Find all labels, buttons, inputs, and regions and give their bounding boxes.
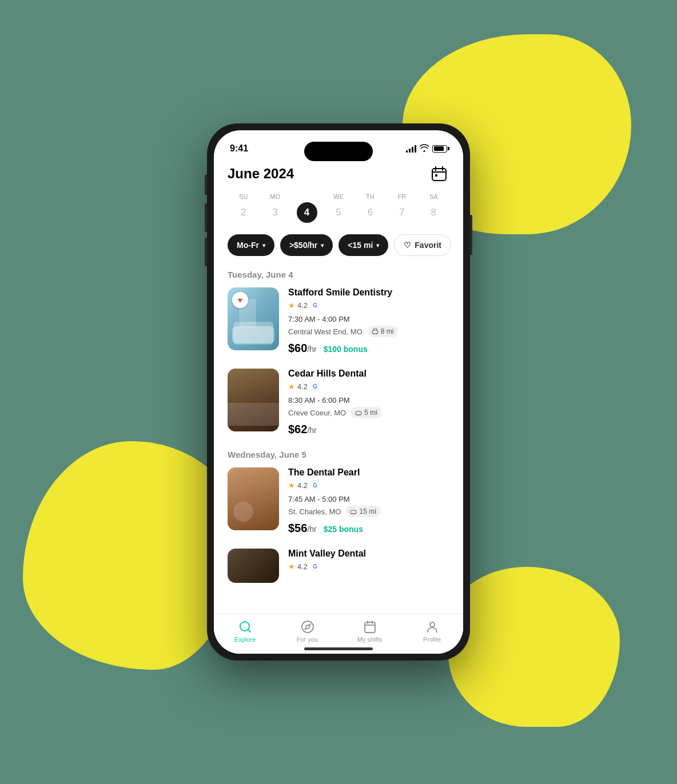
listing-card-4[interactable]: Mint Valley Dental ★ 4.2 G	[228, 549, 449, 583]
profile-icon	[425, 620, 439, 634]
day-sa[interactable]: SA 8	[423, 193, 444, 223]
day-mo[interactable]: MO 3	[265, 193, 285, 223]
nav-for-you-label: For you	[297, 636, 318, 643]
listing-time-2: 8:30 AM - 6:00 PM	[288, 396, 449, 405]
explore-icon	[238, 620, 252, 634]
listing-price-2: $62/hr	[288, 423, 317, 436]
svg-point-12	[302, 621, 313, 633]
google-badge-icon: G	[310, 381, 320, 391]
listing-image-1: ♥	[228, 287, 279, 350]
svg-point-7	[360, 414, 361, 415]
chevron-down-icon: ▾	[262, 242, 265, 249]
price-row-3: $56/hr $25 bonus	[288, 522, 449, 535]
favorite-heart-icon[interactable]: ♥	[232, 292, 248, 308]
phone-frame: 9:41	[207, 123, 470, 661]
chevron-down-icon: ▾	[376, 242, 379, 249]
status-time: 9:41	[230, 143, 248, 154]
listing-card-2[interactable]: Cedar Hills Dental ★ 4.2 G 8:30 AM - 6:0…	[228, 369, 449, 436]
blob-3	[448, 567, 620, 727]
day-su[interactable]: SU 2	[233, 193, 254, 223]
chevron-down-icon: ▾	[321, 242, 324, 249]
svg-point-4	[376, 333, 377, 334]
listing-image-3	[228, 467, 279, 530]
svg-rect-2	[372, 330, 378, 334]
svg-point-9	[352, 513, 353, 514]
google-badge-icon: G	[310, 480, 320, 490]
location-row-2: Creve Coeur, MO 5 mi	[288, 407, 449, 418]
listing-price-3: $56/hr	[288, 522, 317, 535]
day-th[interactable]: TH 6	[360, 193, 380, 223]
svg-point-14	[430, 622, 435, 627]
listing-location-2: Creve Coeur, MO	[288, 409, 346, 417]
wifi-icon	[420, 144, 429, 154]
location-row-1: Central West End, MO 8 mi	[288, 326, 449, 337]
nav-for-you[interactable]: For you	[276, 620, 338, 643]
compass-icon	[301, 620, 314, 634]
header: June 2024	[228, 163, 449, 184]
calendar-header-icon[interactable]	[429, 163, 449, 184]
rating-row-2: ★ 4.2 G	[288, 381, 449, 391]
listing-name-3: The Dental Pearl	[288, 467, 449, 478]
listing-name-2: Cedar Hills Dental	[288, 369, 449, 379]
listing-bonus-3: $25 bonus	[324, 525, 363, 534]
signal-bars-icon	[406, 145, 416, 153]
nav-profile-label: Profile	[423, 636, 441, 643]
car-icon	[355, 409, 362, 416]
google-badge-icon: G	[310, 561, 320, 571]
star-icon: ★	[288, 301, 295, 310]
filter-mofr[interactable]: Mo-Fr ▾	[228, 234, 274, 256]
listing-card-3[interactable]: The Dental Pearl ★ 4.2 G 7:45 AM - 5:00 …	[228, 467, 449, 535]
nav-profile[interactable]: Profile	[401, 620, 463, 643]
filter-distance[interactable]: <15 mi ▾	[338, 234, 388, 256]
listing-location-1: Central West End, MO	[288, 327, 363, 336]
page-wrapper: 9:41	[0, 0, 677, 784]
silent-button	[205, 175, 207, 195]
section-date-1: Tuesday, June 4	[228, 270, 449, 279]
heart-outline-icon: ♡	[404, 241, 411, 250]
rating-row-4: ★ 4.2 G	[288, 561, 449, 571]
listing-image-2	[228, 369, 279, 431]
listing-time-1: 7:30 AM - 4:00 PM	[288, 315, 449, 323]
svg-point-10	[355, 513, 356, 514]
nav-my-shifts-label: My shifts	[357, 636, 382, 643]
price-row-1: $60/hr $100 bonus	[288, 342, 449, 355]
listing-card[interactable]: ♥ Stafford Smile Dentistry ★ 4.2 G	[228, 287, 449, 355]
power-button	[470, 215, 472, 255]
listing-info-1: Stafford Smile Dentistry ★ 4.2 G 7:30 AM…	[288, 287, 449, 355]
listing-info-2: Cedar Hills Dental ★ 4.2 G 8:30 AM - 6:0…	[288, 369, 449, 436]
listing-time-3: 7:45 AM - 5:00 PM	[288, 495, 449, 503]
nav-explore[interactable]: Explore	[214, 620, 276, 643]
svg-point-6	[357, 414, 358, 415]
day-tu[interactable]: Tu 4	[297, 193, 317, 223]
nav-my-shifts[interactable]: My shifts	[338, 620, 401, 643]
battery-icon	[432, 145, 447, 153]
rating-value-2: 4.2	[297, 382, 308, 391]
listing-name-1: Stafford Smile Dentistry	[288, 287, 449, 298]
shifts-calendar-icon	[363, 620, 377, 634]
rating-value-4: 4.2	[297, 562, 308, 571]
rating-value-1: 4.2	[297, 301, 308, 310]
google-badge-icon: G	[310, 300, 320, 310]
main-content: June 2024 SU 2	[214, 159, 463, 614]
day-fr[interactable]: FR 7	[392, 193, 412, 223]
day-we[interactable]: WE 5	[328, 193, 349, 223]
listing-image-4	[228, 549, 279, 583]
filter-rate[interactable]: >$50/hr ▾	[280, 234, 333, 256]
svg-rect-0	[432, 169, 446, 181]
week-row: SU 2 MO 3 Tu 4 WE 5	[228, 193, 449, 223]
svg-rect-8	[351, 510, 356, 514]
star-icon: ★	[288, 382, 295, 391]
car-icon	[372, 328, 379, 335]
svg-rect-5	[356, 411, 361, 415]
filter-favorites[interactable]: ♡ Favorit	[394, 234, 451, 256]
location-row-3: St. Charles, MO 15 mi	[288, 506, 449, 517]
rating-row-3: ★ 4.2 G	[288, 480, 449, 490]
phone-screen: 9:41	[214, 130, 463, 654]
star-icon: ★	[288, 562, 295, 571]
rating-row-1: ★ 4.2 G	[288, 300, 449, 310]
rating-value-3: 4.2	[297, 481, 308, 490]
svg-rect-1	[435, 174, 437, 177]
price-row-2: $62/hr	[288, 423, 449, 436]
volume-down-button	[205, 238, 207, 266]
filter-row: Mo-Fr ▾ >$50/hr ▾ <15 mi ▾ ♡ Favorit	[228, 234, 449, 256]
